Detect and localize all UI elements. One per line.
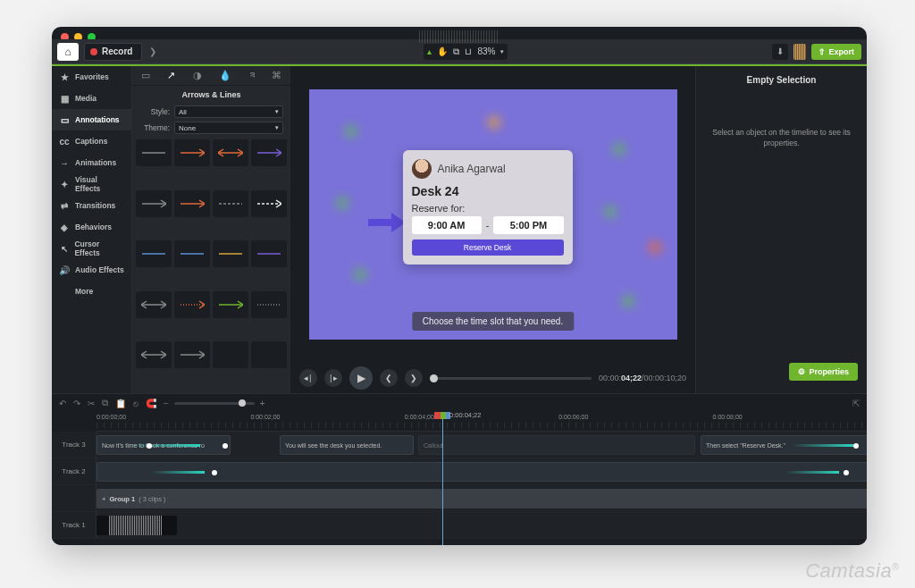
scrubber-knob[interactable] bbox=[430, 374, 438, 382]
properties-button[interactable]: ⚙ Properties bbox=[789, 363, 858, 381]
arrow-preset[interactable] bbox=[213, 291, 248, 318]
group-clip[interactable]: + Group 1 ( 3 clips ) bbox=[97, 489, 867, 508]
sidebar-item-animations[interactable]: →Animations bbox=[52, 152, 131, 173]
cut-icon[interactable]: ✂ bbox=[88, 399, 95, 408]
sidebar-item-visual-effects[interactable]: ✦Visual Effects bbox=[52, 173, 131, 195]
annotation-clip[interactable] bbox=[97, 462, 867, 482]
style-select[interactable]: All▾ bbox=[174, 105, 283, 118]
cursor-tool-icon[interactable]: ▴ bbox=[427, 46, 432, 56]
arrow-preset[interactable] bbox=[174, 240, 210, 267]
arrow-tab-icon[interactable]: ↗ bbox=[167, 70, 175, 81]
blur-tab-icon[interactable]: 💧 bbox=[219, 70, 231, 81]
track-header[interactable] bbox=[52, 485, 97, 511]
zoom-in-icon[interactable]: + bbox=[260, 399, 265, 408]
split-icon[interactable]: ⎋ bbox=[133, 399, 139, 408]
record-dropdown-chevron[interactable]: ❯ bbox=[146, 43, 160, 61]
sidebar-item-behaviors[interactable]: ◈Behaviors bbox=[52, 216, 131, 238]
sidebar-item-favorites[interactable]: ★Favorites bbox=[52, 66, 131, 88]
next-clip-button[interactable]: ∣▸ bbox=[324, 369, 342, 387]
home-button[interactable]: ⌂ bbox=[57, 43, 79, 61]
magnet-icon[interactable]: 🧲 bbox=[146, 399, 156, 408]
step-fwd-button[interactable]: ❯ bbox=[405, 369, 423, 387]
track-lane[interactable]: + Group 1 ( 3 clips ) bbox=[97, 485, 867, 511]
sidebar-item-transitions[interactable]: ⇄Transitions bbox=[52, 195, 131, 216]
arrow-preset-grid bbox=[132, 136, 290, 393]
hand-tool-icon[interactable]: ✋ bbox=[437, 46, 448, 56]
theme-select[interactable]: None▾ bbox=[174, 122, 283, 134]
detach-icon[interactable]: ⇱ bbox=[852, 399, 860, 408]
chevron-down-icon: ▾ bbox=[275, 124, 279, 131]
arrow-preset[interactable] bbox=[136, 341, 172, 368]
crop-tool-icon[interactable]: ⧉ bbox=[453, 46, 459, 57]
playhead-handle[interactable] bbox=[434, 412, 450, 419]
prev-clip-button[interactable]: ◂∣ bbox=[299, 369, 317, 387]
zoom-knob[interactable] bbox=[239, 399, 246, 407]
video-clip[interactable] bbox=[97, 516, 177, 535]
zoom-percent[interactable]: 83% bbox=[477, 46, 495, 56]
track-row: + Group 1 ( 3 clips ) bbox=[52, 485, 867, 512]
arrow-preset[interactable] bbox=[136, 291, 172, 318]
annotation-clip[interactable]: Now it's time to book a conference ro bbox=[97, 435, 231, 455]
redo-icon[interactable]: ↷ bbox=[73, 399, 80, 408]
record-button[interactable]: Record bbox=[84, 43, 142, 61]
arrow-preset[interactable] bbox=[251, 341, 287, 368]
arrow-preset[interactable] bbox=[251, 190, 287, 217]
timeline-ruler[interactable]: 0:00:00;000:00:02;000:00:04;000:00:06;00… bbox=[97, 412, 867, 432]
sidebar-item-audio-effects[interactable]: 🔊Audio Effects bbox=[52, 259, 131, 281]
export-button[interactable]: ⇧ Export bbox=[811, 44, 862, 60]
track-lane[interactable]: Now it's time to book a conference roYou… bbox=[97, 432, 867, 458]
track-lane[interactable] bbox=[97, 458, 867, 484]
zoom-slider[interactable] bbox=[174, 402, 255, 405]
sketch-tab-icon[interactable]: ཐ bbox=[249, 71, 255, 81]
arrow-preset[interactable] bbox=[251, 240, 287, 267]
arrow-preset[interactable] bbox=[213, 341, 248, 368]
arrow-preset[interactable] bbox=[174, 139, 210, 166]
zoom-out-icon[interactable]: − bbox=[164, 399, 169, 408]
arrow-preset[interactable] bbox=[213, 190, 248, 217]
magnet-tool-icon[interactable]: ⊔ bbox=[465, 46, 472, 56]
annotation-clip[interactable]: You will see the desk you selected. bbox=[280, 435, 414, 455]
sidebar-item-media[interactable]: ▦Media bbox=[52, 88, 131, 109]
video-caption: Choose the time slot that you need. bbox=[412, 312, 574, 331]
arrow-preset[interactable] bbox=[251, 139, 287, 166]
sidebar-label: Visual Effects bbox=[75, 175, 124, 193]
chevron-down-icon[interactable]: ▾ bbox=[500, 48, 504, 55]
arrow-preset[interactable] bbox=[136, 139, 172, 166]
reserve-desk-button: Reserve Desk bbox=[412, 239, 564, 256]
shape-tab-icon[interactable]: ◑ bbox=[193, 70, 202, 81]
sidebar-item-cursor-effects[interactable]: ↖Cursor Effects bbox=[52, 238, 131, 259]
playback-scrubber[interactable] bbox=[430, 377, 592, 380]
reservation-card: Anika Agarwal Desk 24 Reserve for: 9:00 … bbox=[403, 150, 573, 265]
undo-icon[interactable]: ↶ bbox=[59, 399, 66, 408]
arrow-preset[interactable] bbox=[136, 190, 172, 217]
canvas-viewport[interactable]: Anika Agarwal Desk 24 Reserve for: 9:00 … bbox=[290, 66, 695, 363]
expand-icon[interactable]: + bbox=[102, 495, 105, 503]
track-header[interactable]: Track 2 bbox=[52, 458, 97, 484]
share-icon: ⇧ bbox=[818, 47, 826, 56]
track-header[interactable]: Track 1 bbox=[52, 512, 97, 538]
callout-tab-icon[interactable]: ▭ bbox=[141, 70, 150, 81]
assets-icon[interactable] bbox=[793, 44, 806, 60]
arrow-preset[interactable] bbox=[136, 240, 172, 267]
arrow-preset[interactable] bbox=[174, 341, 210, 368]
sidebar-item-more[interactable]: More bbox=[52, 281, 131, 302]
arrow-preset[interactable] bbox=[251, 291, 287, 318]
track-lane[interactable] bbox=[97, 512, 867, 538]
copy-icon[interactable]: ⧉ bbox=[102, 398, 108, 408]
arrow-preset[interactable] bbox=[213, 139, 248, 166]
step-back-button[interactable]: ❮ bbox=[380, 369, 398, 387]
play-button[interactable]: ▶ bbox=[349, 366, 373, 390]
arrow-preset[interactable] bbox=[174, 291, 210, 318]
annotation-clip[interactable]: Callout bbox=[418, 435, 695, 455]
annotation-clip[interactable]: Then select "Reserve Desk." bbox=[701, 435, 867, 455]
clip-label: You will see the desk you selected. bbox=[285, 442, 382, 449]
sidebar-item-annotations[interactable]: ▭Annotations bbox=[52, 109, 131, 130]
sidebar-item-captions[interactable]: ccCaptions bbox=[52, 130, 131, 152]
arrow-preset[interactable] bbox=[174, 190, 210, 217]
keystroke-tab-icon[interactable]: ⌘ bbox=[272, 70, 281, 81]
download-button[interactable]: ⬇ bbox=[772, 44, 788, 60]
playhead[interactable]: 0:00:04;22 bbox=[442, 412, 443, 545]
arrow-preset[interactable] bbox=[213, 240, 248, 267]
paste-icon[interactable]: 📋 bbox=[115, 399, 126, 408]
track-header[interactable]: Track 3 bbox=[52, 432, 97, 458]
